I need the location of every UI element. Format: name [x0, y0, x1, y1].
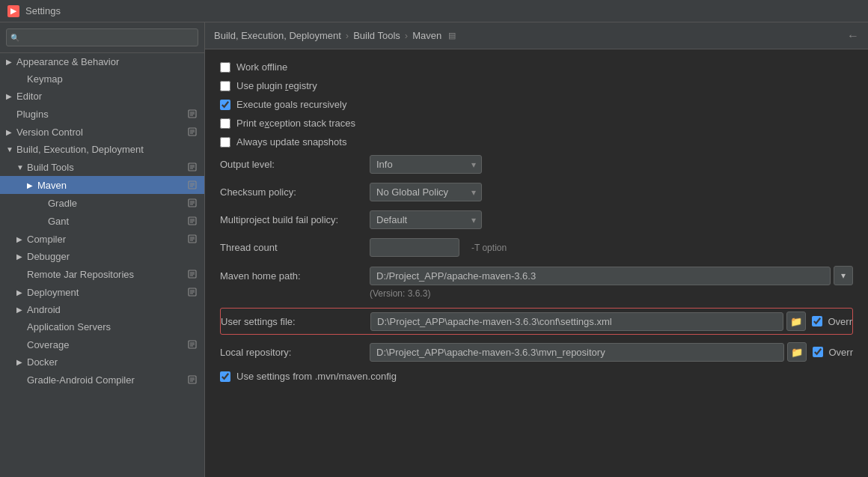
sidebar-item-android[interactable]: ▶Android: [0, 301, 204, 318]
tree-indicator-coverage: [186, 338, 198, 350]
output-level-row: Output level: Quiet Info Debug: [220, 155, 853, 174]
always-update-label[interactable]: Always update snapshots: [220, 136, 346, 148]
sidebar-item-docker[interactable]: ▶Docker: [0, 353, 204, 371]
checksum-policy-select[interactable]: No Global Policy Fail Warn Ignore: [370, 183, 482, 201]
maven-version-hint: (Version: 3.6.3): [220, 288, 853, 299]
sidebar-item-plugins[interactable]: Plugins: [0, 105, 204, 123]
tree-arrow-editor: ▶: [6, 92, 16, 100]
sidebar-item-deployment[interactable]: ▶Deployment: [0, 283, 204, 301]
right-panel: Build, Execution, Deployment › Build Too…: [205, 22, 868, 477]
tree-arrow-appearance: ▶: [6, 58, 16, 66]
tree-label-build-tools: Build Tools: [27, 162, 186, 173]
use-plugin-label[interactable]: Use plugin registry: [220, 80, 317, 91]
sidebar-item-editor[interactable]: ▶Editor: [0, 88, 204, 105]
maven-home-input[interactable]: [370, 267, 831, 285]
sidebar-item-coverage[interactable]: Coverage: [0, 335, 204, 353]
output-level-select[interactable]: Quiet Info Debug: [370, 155, 482, 174]
breadcrumb-sep1: ›: [346, 30, 349, 41]
maven-home-row: Maven home path: ▾ …: [220, 266, 853, 285]
back-button[interactable]: ←: [847, 29, 859, 43]
use-plugin-row: Use plugin registry: [220, 80, 853, 91]
tree-indicator-plugins: [186, 108, 198, 120]
tree-label-version-control: Version Control: [16, 127, 186, 138]
use-mvn-settings-label[interactable]: Use settings from .mvn/maven.config: [220, 371, 397, 382]
user-settings-browse[interactable]: 📁: [786, 312, 806, 331]
user-settings-row: User settings file: 📁 Overr: [221, 310, 852, 332]
maven-home-input-wrap: ▾ …: [370, 266, 853, 285]
local-repo-override-text: Overr: [829, 347, 854, 358]
local-repo-override-checkbox[interactable]: [813, 347, 823, 357]
thread-count-control: -T option: [370, 238, 507, 257]
local-repo-input[interactable]: [370, 343, 784, 362]
tree-label-remote-jar: Remote Jar Repositories: [27, 269, 186, 280]
tree-indicator-gradle: [186, 197, 198, 209]
maven-home-label: Maven home path:: [220, 270, 370, 282]
tree-label-gant: Gant: [48, 216, 186, 227]
user-settings-label: User settings file:: [221, 316, 370, 327]
tree-arrow-build-exec-dep: ▼: [6, 145, 16, 154]
work-offline-checkbox[interactable]: [220, 62, 230, 73]
tree-label-docker: Docker: [27, 356, 198, 368]
breadcrumb-sep2: ›: [405, 30, 408, 41]
print-exception-label[interactable]: Print exception stack traces: [220, 118, 355, 129]
tree-label-gradle: Gradle: [48, 198, 186, 209]
sidebar-item-version-control[interactable]: ▶Version Control: [0, 123, 204, 141]
user-settings-override-checkbox[interactable]: [812, 316, 822, 326]
sidebar-item-maven[interactable]: ▶Maven: [0, 176, 204, 194]
tree-arrow-version-control: ▶: [6, 128, 16, 136]
tree-indicator-gant: [186, 215, 198, 227]
sidebar-item-keymap[interactable]: Keymap: [0, 70, 204, 88]
multiproject-row: Multiproject build fail policy: Default …: [220, 210, 853, 229]
search-input[interactable]: [6, 28, 198, 46]
always-update-text: Always update snapshots: [236, 136, 346, 148]
tree-arrow-build-tools: ▼: [16, 163, 27, 171]
main-content: ▶Appearance & BehaviorKeymap▶EditorPlugi…: [0, 22, 868, 477]
work-offline-row: Work offline: [220, 61, 853, 73]
thread-count-label: Thread count: [220, 242, 370, 253]
user-settings-override-wrap[interactable]: Overr: [812, 316, 853, 327]
thread-count-hint: -T option: [471, 243, 507, 253]
tree-label-build-exec-dep: Build, Execution, Deployment: [16, 144, 198, 155]
execute-goals-checkbox[interactable]: [220, 100, 230, 110]
print-exception-checkbox[interactable]: [220, 118, 230, 129]
user-settings-input[interactable]: [370, 312, 783, 331]
multiproject-select-wrap: Default At End Never Fail Fast: [370, 210, 482, 229]
maven-home-dropdown[interactable]: ▾: [834, 266, 853, 285]
multiproject-control: Default At End Never Fail Fast: [370, 210, 482, 229]
work-offline-label[interactable]: Work offline: [220, 61, 287, 73]
sidebar-item-app-servers[interactable]: Application Servers: [0, 318, 204, 335]
tree-indicator-maven: [186, 179, 198, 191]
sidebar-item-appearance[interactable]: ▶Appearance & Behavior: [0, 53, 204, 70]
thread-count-input[interactable]: [370, 238, 459, 257]
local-repo-browse[interactable]: 📁: [787, 342, 807, 362]
output-level-label: Output level:: [220, 159, 370, 170]
output-level-select-wrap: Quiet Info Debug: [370, 155, 482, 174]
local-repo-input-wrap: 📁 Overr: [370, 342, 853, 362]
local-repo-override-wrap[interactable]: Overr: [813, 347, 854, 358]
execute-goals-label[interactable]: Execute goals recursively: [220, 99, 346, 110]
sidebar-item-gradle[interactable]: Gradle: [0, 194, 204, 212]
sidebar-item-build-exec-dep[interactable]: ▼Build, Execution, Deployment: [0, 141, 204, 158]
sidebar-item-build-tools[interactable]: ▼Build Tools: [0, 158, 204, 176]
use-mvn-settings-row: Use settings from .mvn/maven.config: [220, 371, 853, 382]
thread-count-row: Thread count -T option: [220, 238, 853, 257]
always-update-checkbox[interactable]: [220, 137, 230, 148]
tree-indicator-remote-jar: [186, 268, 198, 280]
use-plugin-checkbox[interactable]: [220, 81, 230, 91]
tree-label-maven: Maven: [37, 180, 186, 191]
tree-arrow-compiler: ▶: [16, 235, 27, 243]
sidebar-item-gradle-android[interactable]: Gradle-Android Compiler: [0, 371, 204, 389]
sidebar-item-compiler[interactable]: ▶Compiler: [0, 230, 204, 248]
multiproject-select[interactable]: Default At End Never Fail Fast: [370, 210, 482, 229]
tree-indicator-build-tools: [186, 161, 198, 173]
sidebar-item-debugger[interactable]: ▶Debugger: [0, 248, 204, 265]
checksum-policy-select-wrap: No Global Policy Fail Warn Ignore: [370, 183, 482, 201]
work-offline-text: Work offline: [236, 61, 287, 73]
tree-label-debugger: Debugger: [27, 251, 198, 262]
user-settings-input-wrap: 📁 Overr: [370, 312, 852, 331]
tree-label-compiler: Compiler: [27, 234, 186, 245]
use-mvn-settings-checkbox[interactable]: [220, 371, 230, 382]
sidebar-item-remote-jar[interactable]: Remote Jar Repositories: [0, 265, 204, 283]
breadcrumb-part1: Build, Execution, Deployment: [214, 30, 341, 41]
sidebar-item-gant[interactable]: Gant: [0, 212, 204, 230]
